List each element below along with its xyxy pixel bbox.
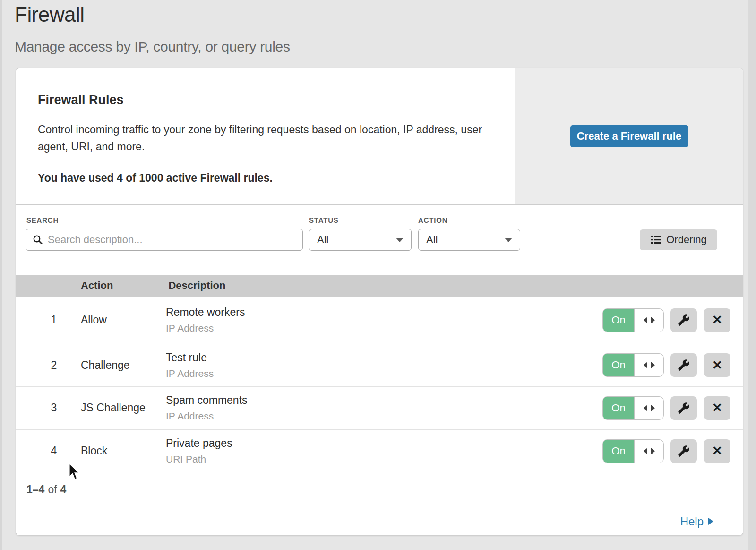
status-label: STATUS: [309, 216, 339, 224]
rule-field-type: IP Address: [166, 323, 245, 334]
close-icon: ✕: [712, 313, 722, 327]
ordering-button-label: Ordering: [666, 234, 707, 246]
rule-action: JS Challenge: [81, 402, 146, 414]
action-label: ACTION: [418, 216, 447, 224]
wrench-icon: [678, 402, 690, 414]
firewall-rule-row: 1 Allow Remote workers IP Address On ✕: [16, 297, 743, 344]
rule-controls: On ✕: [603, 439, 730, 463]
create-rule-panel: Create a Firewall rule: [515, 68, 743, 204]
page-subtitle: Manage access by IP, country, or query r…: [15, 39, 290, 55]
firewall-rule-row: 3 JS Challenge Spam comments IP Address …: [16, 387, 743, 430]
pagination-total: 4: [60, 483, 67, 496]
rule-controls: On ✕: [603, 396, 730, 420]
action-select[interactable]: All: [418, 229, 520, 251]
table-header: Action Description: [16, 275, 743, 297]
rule-action: Block: [81, 445, 107, 457]
close-icon: ✕: [712, 358, 722, 373]
rule-priority: 2: [43, 359, 65, 372]
toggle-on-label: On: [603, 397, 634, 419]
filter-section: SEARCH STATUS All ACTION All Ordering: [16, 205, 743, 275]
delete-rule-button[interactable]: ✕: [704, 308, 730, 332]
toggle-on-label: On: [603, 440, 634, 463]
search-icon: [33, 235, 43, 245]
rule-action: Allow: [81, 314, 107, 326]
toggle-handle-icon: [634, 354, 663, 376]
rule-description: Spam comments: [166, 394, 248, 407]
toggle-handle-icon: [634, 440, 663, 463]
toggle-handle-icon: [634, 397, 663, 419]
rule-description-block: Remote workers IP Address: [166, 306, 245, 334]
triangle-right-icon: [708, 517, 714, 525]
search-label: SEARCH: [26, 216, 59, 224]
firewall-rules-card: Firewall Rules Control incoming traffic …: [16, 68, 743, 536]
help-link[interactable]: Help: [680, 515, 714, 528]
window-edge-left: [0, 0, 2, 550]
page-title: Firewall: [15, 3, 290, 26]
rule-field-type: URI Path: [166, 454, 232, 465]
pagination: 1–4 of 4: [16, 472, 743, 507]
firewall-rule-row: 2 Challenge Test rule IP Address On ✕: [16, 344, 743, 387]
rule-action: Challenge: [81, 359, 130, 372]
rule-field-type: IP Address: [166, 410, 248, 422]
pagination-range: 1–4: [26, 483, 44, 496]
edit-rule-button[interactable]: [670, 439, 697, 463]
edit-rule-button[interactable]: [670, 353, 697, 377]
help-link-label: Help: [680, 515, 704, 528]
wrench-icon: [678, 359, 690, 371]
rule-enabled-toggle[interactable]: On: [603, 354, 663, 376]
rule-description-block: Spam comments IP Address: [166, 394, 248, 422]
info-section: Firewall Rules Control incoming traffic …: [16, 68, 743, 205]
create-firewall-rule-button[interactable]: Create a Firewall rule: [570, 125, 688, 147]
chevron-down-icon: [396, 238, 404, 242]
rule-priority: 4: [43, 445, 65, 457]
list-icon: [650, 235, 662, 245]
close-icon: ✕: [712, 444, 722, 458]
firewall-rule-row: 4 Block Private pages URI Path On ✕: [16, 430, 743, 473]
toggle-on-label: On: [603, 309, 634, 332]
usage-summary: You have used 4 of 1000 active Firewall …: [38, 172, 487, 184]
rule-enabled-toggle[interactable]: On: [603, 440, 663, 463]
info-text-block: Firewall Rules Control incoming traffic …: [16, 68, 515, 204]
edit-rule-button[interactable]: [670, 308, 697, 332]
edit-rule-button[interactable]: [670, 396, 697, 420]
page-header: Firewall Manage access by IP, country, o…: [15, 3, 290, 55]
search-field-container: [26, 229, 303, 251]
delete-rule-button[interactable]: ✕: [704, 439, 730, 463]
rule-controls: On ✕: [603, 308, 730, 332]
status-selected-value: All: [317, 234, 328, 246]
rule-field-type: IP Address: [166, 368, 214, 379]
delete-rule-button[interactable]: ✕: [704, 396, 730, 420]
rule-description: Test rule: [166, 351, 214, 364]
wrench-icon: [678, 445, 690, 457]
wrench-icon: [678, 314, 690, 326]
rule-priority: 3: [43, 402, 65, 414]
action-selected-value: All: [426, 234, 438, 246]
rule-description: Private pages: [166, 437, 232, 450]
rule-enabled-toggle[interactable]: On: [603, 309, 663, 332]
column-header-action: Action: [81, 279, 113, 292]
info-heading: Firewall Rules: [38, 93, 487, 107]
status-select[interactable]: All: [309, 229, 412, 251]
info-description: Control incoming traffic to your zone by…: [38, 121, 487, 155]
rule-description: Remote workers: [166, 306, 245, 319]
pagination-of: of: [48, 483, 57, 496]
window-edge-right: [748, 0, 756, 550]
rule-controls: On ✕: [603, 353, 730, 377]
delete-rule-button[interactable]: ✕: [704, 353, 730, 377]
toggle-on-label: On: [603, 354, 634, 376]
ordering-button[interactable]: Ordering: [640, 229, 717, 250]
rule-description-block: Test rule IP Address: [166, 351, 214, 379]
rule-description-block: Private pages URI Path: [166, 437, 232, 465]
column-header-description: Description: [168, 279, 225, 292]
card-footer: Help: [16, 507, 743, 535]
close-icon: ✕: [712, 401, 722, 415]
rule-priority: 1: [43, 314, 65, 326]
toggle-handle-icon: [634, 309, 663, 332]
rule-enabled-toggle[interactable]: On: [603, 397, 663, 419]
search-input[interactable]: [48, 234, 296, 246]
chevron-down-icon: [505, 238, 512, 242]
